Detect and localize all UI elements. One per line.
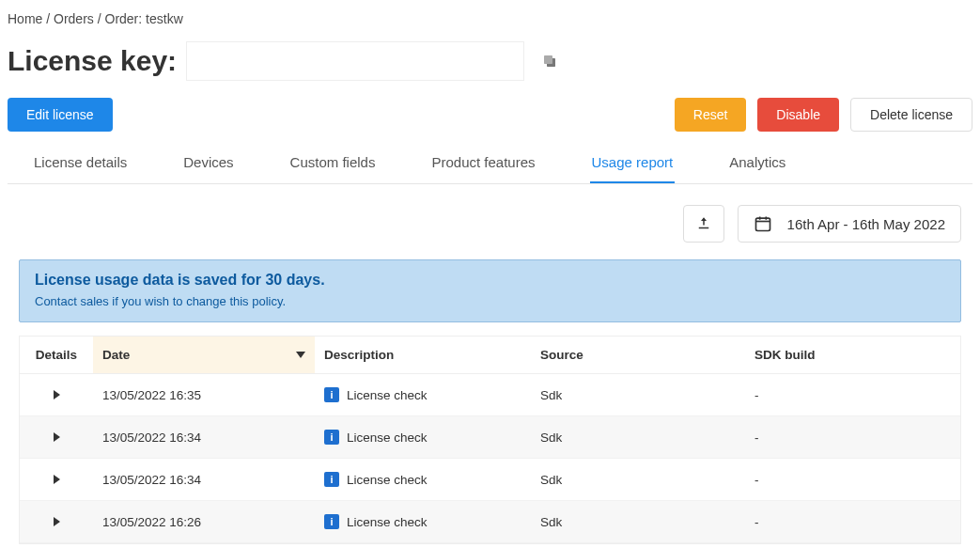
export-icon — [695, 215, 712, 232]
chevron-right-icon — [54, 432, 60, 442]
tab-usage-report[interactable]: Usage report — [590, 145, 676, 183]
info-icon: i — [324, 430, 339, 445]
cell-description: iLicense check — [315, 374, 531, 415]
copy-icon[interactable] — [541, 53, 558, 70]
cell-date: 13/05/2022 16:34 — [93, 416, 315, 458]
usage-table: Details Date Description Source SDK buil… — [19, 336, 961, 544]
cell-date: 13/05/2022 16:26 — [93, 501, 315, 542]
chevron-right-icon — [54, 390, 60, 399]
th-description[interactable]: Description — [315, 337, 531, 374]
table-row: 13/05/2022 16:34iLicense checkSdk- — [20, 459, 960, 501]
cell-source: Sdk — [531, 374, 745, 415]
tab-devices[interactable]: Devices — [181, 145, 235, 183]
page-header: License key: — [8, 41, 972, 81]
table-row: 13/05/2022 16:26iLicense checkSdk- — [20, 501, 960, 543]
tabs: License details Devices Custom fields Pr… — [8, 145, 972, 184]
info-icon: i — [324, 472, 339, 487]
expand-cell[interactable] — [20, 374, 93, 415]
expand-cell[interactable] — [20, 459, 93, 500]
action-bar: Edit license Reset Disable Delete licens… — [8, 98, 972, 132]
tab-license-details[interactable]: License details — [32, 145, 129, 183]
breadcrumb-current: Order: testkw — [105, 11, 183, 26]
cell-description: iLicense check — [315, 416, 531, 458]
tab-custom-fields[interactable]: Custom fields — [288, 145, 378, 183]
report-toolbar: 16th Apr - 16th May 2022 — [8, 184, 972, 259]
calendar-icon — [754, 214, 772, 233]
th-source[interactable]: Source — [531, 337, 745, 374]
th-sdk-build[interactable]: SDK build — [745, 337, 960, 374]
cell-source: Sdk — [531, 501, 745, 542]
cell-description: iLicense check — [315, 501, 531, 542]
cell-date: 13/05/2022 16:35 — [93, 374, 315, 415]
sort-desc-icon — [296, 352, 305, 358]
table-row: 13/05/2022 16:34iLicense checkSdk- — [20, 416, 960, 459]
table-body: 13/05/2022 16:35iLicense checkSdk-13/05/… — [20, 374, 960, 543]
banner-title: License usage data is saved for 30 days. — [35, 272, 945, 289]
th-details[interactable]: Details — [20, 337, 93, 374]
breadcrumb-home[interactable]: Home — [8, 11, 42, 26]
cell-description-text: License check — [347, 473, 428, 487]
cell-description-text: License check — [347, 388, 428, 402]
license-key-input[interactable] — [186, 41, 524, 81]
cell-date: 13/05/2022 16:34 — [93, 459, 315, 500]
table-header: Details Date Description Source SDK buil… — [20, 337, 960, 374]
breadcrumb-sep: / — [98, 11, 105, 26]
tab-analytics[interactable]: Analytics — [727, 145, 787, 183]
edit-license-button[interactable]: Edit license — [8, 98, 113, 132]
th-date-label: Date — [102, 348, 130, 362]
cell-description-text: License check — [347, 515, 428, 529]
svg-rect-1 — [544, 55, 552, 64]
cell-description: iLicense check — [315, 459, 531, 500]
table-row: 13/05/2022 16:35iLicense checkSdk- — [20, 374, 960, 416]
date-range-text: 16th Apr - 16th May 2022 — [787, 216, 945, 232]
breadcrumb-sep: / — [46, 11, 54, 26]
date-range-picker[interactable]: 16th Apr - 16th May 2022 — [738, 205, 961, 243]
cell-source: Sdk — [531, 459, 745, 500]
th-date[interactable]: Date — [93, 337, 315, 374]
cell-sdk-build: - — [745, 459, 960, 500]
svg-rect-2 — [755, 218, 770, 230]
cell-sdk-build: - — [745, 416, 960, 458]
cell-sdk-build: - — [745, 501, 960, 542]
info-icon: i — [324, 387, 339, 402]
info-icon: i — [324, 514, 339, 529]
cell-description-text: License check — [347, 431, 428, 445]
expand-cell[interactable] — [20, 501, 93, 542]
chevron-right-icon — [54, 517, 60, 526]
info-banner: License usage data is saved for 30 days.… — [19, 259, 961, 322]
expand-cell[interactable] — [20, 416, 93, 458]
license-key-label: License key: — [8, 45, 177, 77]
delete-license-button[interactable]: Delete license — [850, 98, 972, 132]
breadcrumb: Home / Orders / Order: testkw — [8, 8, 972, 34]
chevron-right-icon — [54, 475, 60, 484]
cell-sdk-build: - — [745, 374, 960, 415]
export-button[interactable] — [683, 205, 724, 243]
reset-button[interactable]: Reset — [675, 98, 747, 132]
breadcrumb-orders[interactable]: Orders — [54, 11, 94, 26]
disable-button[interactable]: Disable — [757, 98, 839, 132]
tab-product-features[interactable]: Product features — [429, 145, 537, 183]
cell-source: Sdk — [531, 416, 745, 458]
banner-subtext: Contact sales if you wish to change this… — [35, 294, 945, 308]
